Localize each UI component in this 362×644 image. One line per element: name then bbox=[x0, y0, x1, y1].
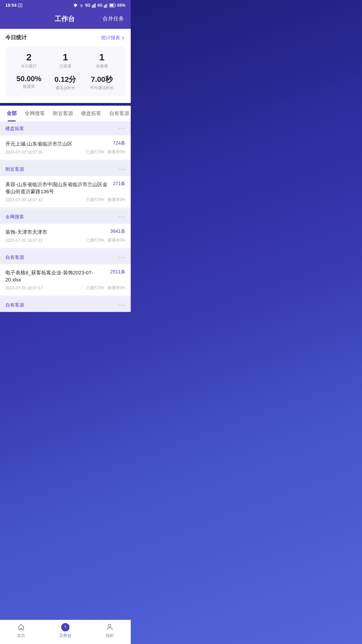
nav-workbench[interactable]: 工作台 bbox=[59, 623, 71, 639]
tab-property[interactable]: 楼盘拓客 bbox=[77, 106, 105, 121]
svg-point-2 bbox=[81, 6, 82, 7]
stats-row-2: 50.00% 接通率 0.12分 通话总时长 7.00秒 平均通话时长 bbox=[11, 74, 120, 91]
task-count: 2511条 bbox=[110, 269, 125, 275]
status-bar: 18:54 5G 4G 65% bbox=[0, 0, 131, 10]
task-row1: 美容-山东省临沂市中国山东省临沂市兰山区金雀山街道沂蒙路136号 271条 bbox=[5, 181, 125, 195]
main-content: 今日统计 统计报表 2 今日拨打 1 已接通 1 未接通 bbox=[0, 29, 131, 338]
svg-point-14 bbox=[65, 627, 66, 628]
stats-section: 今日统计 统计报表 2 今日拨打 1 已接通 1 未接通 bbox=[0, 29, 131, 103]
task-group-header-nearby: 附近客源 ··· bbox=[0, 162, 131, 176]
task-stats: 已拨打0% 接通率0% bbox=[86, 237, 125, 243]
nav-workbench-label: 工作台 bbox=[59, 633, 71, 639]
task-group-own-2: 自有客源 ··· bbox=[0, 298, 131, 312]
stat-rate: 50.00% 接通率 bbox=[11, 74, 47, 91]
task-group-header-property: 楼盘拓客 ··· bbox=[0, 122, 131, 136]
svg-rect-4 bbox=[93, 5, 94, 8]
task-stats: 已拨打0% 接通率0% bbox=[86, 149, 125, 155]
task-name: 美容-山东省临沂市中国山东省临沂市兰山区金雀山街道沂蒙路136号 bbox=[5, 181, 110, 195]
stats-row-1: 2 今日拨打 1 已接通 1 未接通 bbox=[11, 52, 120, 69]
task-item[interactable]: 电子表格8_获客拓客企业-装饰2023-07-20.xlsx 2511条 202… bbox=[0, 264, 131, 296]
task-row2: 2023-07-20 18:07:42 已拨打0% 接通率0% bbox=[5, 197, 125, 203]
dialed-rate: 已拨打0% bbox=[86, 197, 104, 203]
task-group-nearby: 附近客源 ··· 美容-山东省临沂市中国山东省临沂市兰山区金雀山街道沂蒙路136… bbox=[0, 162, 131, 207]
task-group-own-1: 自有客源 ··· 电子表格8_获客拓客企业-装饰2023-07-20.xlsx … bbox=[0, 251, 131, 296]
group-name-nearby: 附近客源 bbox=[5, 166, 24, 172]
task-count: 724条 bbox=[113, 140, 125, 146]
svg-rect-5 bbox=[94, 4, 95, 8]
group-more-nearby[interactable]: ··· bbox=[118, 166, 125, 173]
task-time: 2023-07-20 18:07:17 bbox=[5, 286, 43, 290]
stat-duration: 0.12分 通话总时长 bbox=[47, 74, 84, 91]
avg-duration-label: 平均通话时长 bbox=[83, 85, 120, 91]
connect-rate: 接通率0% bbox=[108, 237, 125, 243]
nav-home[interactable]: 首页 bbox=[17, 623, 25, 639]
task-time: 2023-07-20 18:07:42 bbox=[5, 198, 43, 202]
group-more-property[interactable]: ··· bbox=[118, 125, 125, 132]
svg-rect-10 bbox=[107, 3, 108, 8]
task-group-header-internet: 全网搜客 ··· bbox=[0, 210, 131, 224]
task-row1: 开元上城-山东省临沂市兰山区 724条 bbox=[5, 140, 125, 147]
group-more-own-2[interactable]: ··· bbox=[118, 302, 125, 309]
stat-connected: 1 已接通 bbox=[47, 52, 84, 69]
tab-internet-search[interactable]: 全网搜客 bbox=[21, 106, 49, 121]
tab-own-source[interactable]: 自有客源 bbox=[105, 106, 131, 121]
missed-value: 1 bbox=[83, 52, 120, 63]
nav-profile-label: 我的 bbox=[106, 633, 114, 639]
nav-profile[interactable]: 我的 bbox=[105, 623, 114, 639]
stat-avg-duration: 7.00秒 平均通话时长 bbox=[83, 74, 120, 91]
task-row2: 2023-07-20 18:07:35 已拨打0% 接通率0% bbox=[5, 149, 125, 155]
duration-value: 0.12分 bbox=[47, 74, 84, 85]
tab-all[interactable]: 全部 bbox=[3, 106, 21, 121]
task-name: 电子表格8_获客拓客企业-装饰2023-07-20.xlsx bbox=[5, 269, 108, 283]
group-name-property: 楼盘拓客 bbox=[5, 126, 24, 132]
group-name-own-2: 自有客源 bbox=[5, 302, 24, 308]
svg-point-16 bbox=[108, 624, 111, 627]
task-time: 2023-07-20 18:07:35 bbox=[5, 150, 43, 155]
task-row1: 装饰-天津市天津市 3641条 bbox=[5, 228, 125, 235]
connect-rate: 接通率0% bbox=[108, 285, 125, 291]
svg-rect-3 bbox=[92, 5, 93, 8]
stats-title: 今日统计 bbox=[5, 34, 27, 41]
task-row2: 2023-07-20 18:07:17 已拨打0% 接通率0% bbox=[5, 285, 125, 291]
task-group-header-own-1: 自有客源 ··· bbox=[0, 251, 131, 264]
nav-home-label: 首页 bbox=[17, 633, 25, 639]
stats-header: 今日统计 统计报表 bbox=[5, 34, 125, 41]
task-count: 271条 bbox=[113, 181, 125, 187]
task-group-internet: 全网搜客 ··· 装饰-天津市天津市 3641条 2023-07-20 18:0… bbox=[0, 210, 131, 248]
tab-nearby[interactable]: 附近客源 bbox=[49, 106, 77, 121]
group-more-own-1[interactable]: ··· bbox=[118, 254, 125, 261]
home-icon bbox=[17, 623, 25, 632]
task-stats: 已拨打0% 接通率0% bbox=[86, 197, 125, 203]
task-row2: 2023-07-20 18:07:22 已拨打0% 接通率0% bbox=[5, 237, 125, 243]
stat-today-calls: 2 今日拨打 bbox=[11, 52, 47, 69]
workbench-icon bbox=[61, 623, 70, 632]
task-count: 3641条 bbox=[110, 228, 125, 234]
group-name-internet: 全网搜客 bbox=[5, 214, 24, 220]
status-icons: 5G 4G 65% bbox=[73, 3, 125, 8]
connected-value: 1 bbox=[47, 52, 84, 63]
merge-task-button[interactable]: 合并任务 bbox=[103, 15, 124, 22]
svg-rect-8 bbox=[105, 5, 106, 8]
dialed-rate: 已拨打0% bbox=[86, 285, 104, 291]
tabs-section: 全部 全网搜客 附近客源 楼盘拓客 自有客源 bbox=[0, 106, 131, 122]
task-list: 楼盘拓客 ··· 开元上城-山东省临沂市兰山区 724条 2023-07-20 … bbox=[0, 122, 131, 312]
stats-report-link[interactable]: 统计报表 bbox=[101, 35, 125, 41]
top-nav: 工作台 合并任务 bbox=[0, 10, 131, 29]
group-more-internet[interactable]: ··· bbox=[118, 213, 125, 220]
svg-rect-6 bbox=[95, 3, 96, 8]
task-item[interactable]: 美容-山东省临沂市中国山东省临沂市兰山区金雀山街道沂蒙路136号 271条 20… bbox=[0, 176, 131, 207]
page-title: 工作台 bbox=[27, 14, 103, 23]
tabs-row: 全部 全网搜客 附近客源 楼盘拓客 自有客源 bbox=[0, 106, 131, 122]
dialed-rate: 已拨打0% bbox=[86, 237, 104, 243]
task-stats: 已拨打0% 接通率0% bbox=[86, 285, 125, 291]
svg-rect-9 bbox=[106, 4, 107, 8]
connected-label: 已接通 bbox=[47, 63, 84, 69]
task-group-header-own-2: 自有客源 ··· bbox=[0, 298, 131, 312]
today-calls-label: 今日拨打 bbox=[11, 63, 47, 69]
profile-icon bbox=[105, 623, 114, 632]
task-item[interactable]: 开元上城-山东省临沂市兰山区 724条 2023-07-20 18:07:35 … bbox=[0, 136, 131, 160]
stat-missed: 1 未接通 bbox=[83, 52, 120, 69]
stats-grid: 2 今日拨打 1 已接通 1 未接通 50.00% 接通率 0.12 bbox=[5, 47, 125, 96]
task-group-property: 楼盘拓客 ··· 开元上城-山东省临沂市兰山区 724条 2023-07-20 … bbox=[0, 122, 131, 160]
task-item[interactable]: 装饰-天津市天津市 3641条 2023-07-20 18:07:22 已拨打0… bbox=[0, 224, 131, 248]
